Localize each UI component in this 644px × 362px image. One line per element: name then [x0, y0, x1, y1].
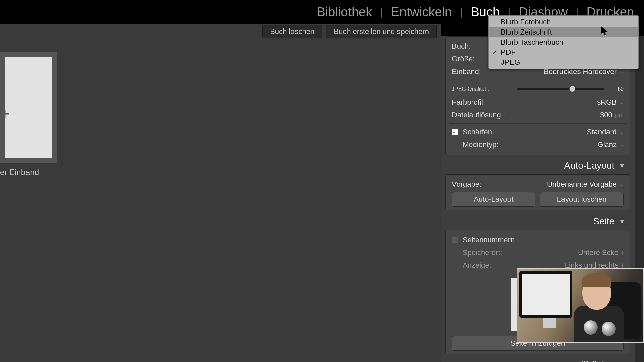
nav-develop[interactable]: Entwickeln: [391, 5, 452, 19]
preset-label: Vorgabe:: [452, 180, 481, 189]
plus-icon: +: [0, 104, 10, 123]
jpeg-quality-value[interactable]: 60: [609, 86, 624, 92]
nav-separator: |: [460, 6, 463, 18]
checkbox-icon: [452, 237, 458, 243]
dropdown-item[interactable]: JPEG: [489, 57, 638, 67]
color-profile-select[interactable]: sRGB⌄: [597, 98, 624, 107]
jpeg-quality-slider[interactable]: [517, 88, 604, 90]
preset-select[interactable]: Unbenannte Vorgabe⌄: [547, 180, 624, 189]
color-profile-label: Farbprofil:: [452, 98, 485, 107]
create-book-button[interactable]: Buch erstellen und speichern: [326, 25, 437, 38]
clear-layout-button[interactable]: Layout löschen: [540, 192, 624, 207]
sharpen-checkbox[interactable]: ✓Schärfen:: [452, 128, 494, 136]
page-numbers-checkbox[interactable]: Seitennummern: [452, 236, 515, 244]
page-location-label: Speicherort:: [452, 248, 502, 257]
dropdown-item[interactable]: Blurb Taschenbuch: [489, 37, 638, 47]
chevron-icon: ⌄: [620, 142, 624, 147]
guides-header[interactable]: Hilfslinien▼: [441, 356, 635, 362]
disclosure-icon: ▼: [619, 218, 625, 225]
cover-caption: er Einband: [0, 168, 39, 177]
page-location-select: Untere Ecke⧫: [578, 248, 624, 257]
disclosure-icon: ▼: [619, 162, 625, 170]
chevron-icon: ⌄: [620, 129, 624, 135]
auto-layout-card: Vorgabe: Unbenannte Vorgabe⌄ Auto-Layout…: [445, 174, 630, 210]
chevron-icon: ⧫: [621, 250, 624, 255]
jpeg-quality-label: JPEG-Qualität :: [452, 86, 512, 92]
cover-label: Einband:: [452, 67, 481, 76]
page-display-label: Anzeige:: [452, 261, 491, 270]
delete-book-button[interactable]: Buch löschen: [262, 25, 322, 38]
chevron-icon: ⌄: [620, 182, 624, 187]
jpeg-quality-row: JPEG-Qualität : 60: [452, 82, 624, 96]
slider-thumb[interactable]: [569, 86, 575, 92]
book-toolbar: Buch löschen Buch erstellen und speicher…: [0, 24, 441, 39]
media-select[interactable]: Glanz⌄: [598, 140, 624, 149]
chevron-icon: ⌄: [620, 100, 624, 105]
media-label: Medientyp:: [452, 140, 499, 149]
book-type-label: Buch:: [452, 42, 471, 51]
nav-separator: |: [380, 6, 383, 18]
checkbox-icon: ✓: [452, 129, 458, 135]
dropdown-item[interactable]: Blurb Fotobuch: [489, 17, 638, 27]
sharpen-select[interactable]: Standard⌄: [587, 128, 624, 136]
webcam-overlay: [517, 268, 644, 343]
cover-page-thumb[interactable]: +: [0, 52, 57, 163]
dropdown-item[interactable]: ✓PDF: [489, 47, 638, 57]
chevron-icon: ⌄: [620, 69, 624, 74]
dropdown-item[interactable]: Blurb Zeitschrift: [489, 27, 638, 37]
resolution-label: Dateiauflösung :: [452, 111, 505, 119]
nav-library[interactable]: Bibliothek: [317, 5, 372, 19]
auto-layout-button[interactable]: Auto-Layout: [452, 192, 535, 207]
book-canvas[interactable]: + er Einband: [0, 39, 441, 362]
size-label: Größe:: [452, 55, 475, 63]
book-type-dropdown[interactable]: Blurb FotobuchBlurb ZeitschriftBlurb Tas…: [488, 15, 639, 69]
chevron-icon: ⧫: [621, 263, 624, 268]
page-header[interactable]: Seite▼: [441, 213, 635, 230]
mouse-cursor-icon: [600, 26, 608, 38]
auto-layout-header[interactable]: Auto-Layout▼: [441, 157, 635, 174]
resolution-value[interactable]: 300ppi: [600, 111, 624, 119]
